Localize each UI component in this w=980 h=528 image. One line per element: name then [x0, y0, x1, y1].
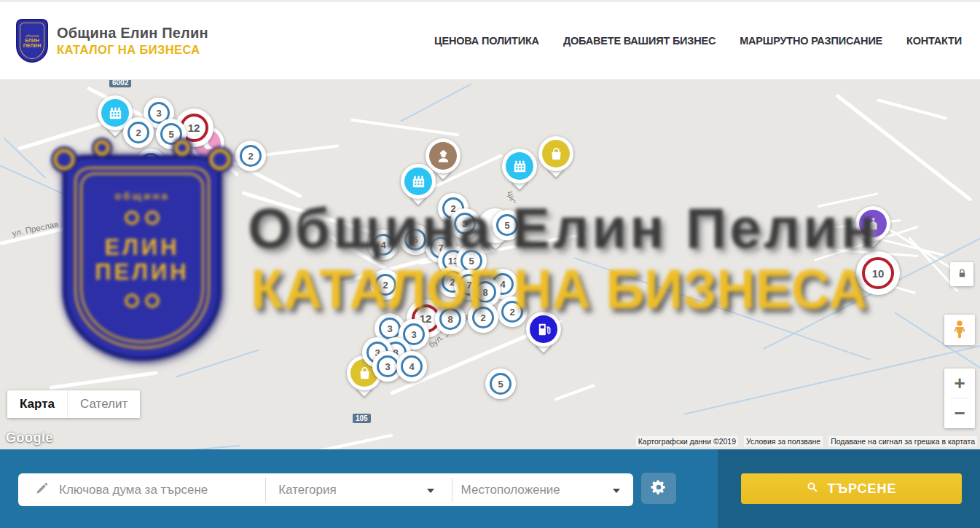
map-type-satellite-button[interactable]: Сателит [67, 390, 140, 418]
lock-button[interactable] [950, 262, 973, 286]
search-submit-panel: ТЪРСЕНЕ [718, 449, 980, 528]
cluster-marker[interactable]: 4 [368, 229, 399, 260]
location-select[interactable]: Местоположение [452, 473, 633, 506]
search-button[interactable]: ТЪРСЕНЕ [741, 473, 962, 504]
site-subtitle: КАТАЛОГ НА БИЗНЕСА [57, 43, 208, 57]
padlock-icon [956, 267, 968, 282]
zoom-control: + − [944, 369, 975, 428]
map-type-map-button[interactable]: Карта [7, 390, 67, 418]
cluster-count: 3 [454, 213, 476, 235]
keyword-input[interactable] [59, 483, 256, 497]
map-water-line [574, 257, 871, 360]
map-attribution: Картографски данни ©2019Условия за ползв… [636, 436, 977, 446]
map-water-line [400, 83, 471, 122]
map-water-line [0, 162, 119, 219]
road-number-badge: 105 [353, 414, 371, 423]
zoom-in-button[interactable]: + [944, 369, 975, 398]
cluster-marker[interactable]: 10 [856, 251, 900, 295]
crest-curl [94, 140, 110, 156]
cluster-marker[interactable]: 8 [435, 304, 466, 334]
pencil-icon [34, 481, 59, 499]
site-header: община ЕЛИНПЕЛИН Община Елин Пелин КАТАЛ… [0, 0, 980, 80]
attribution-link[interactable]: Картографски данни ©2019 [636, 436, 738, 446]
map-canvas[interactable]: ул. Преславбул. „Новоселци“6002105 32125… [0, 80, 980, 449]
bag-icon [542, 140, 570, 168]
map-type-control: Карта Сателит [7, 390, 140, 418]
crest-curl [53, 149, 75, 170]
gear-icon [651, 479, 667, 497]
nav-item[interactable]: ДОБАВЕТЕ ВАШИЯТ БИЗНЕС [563, 35, 716, 47]
map-road-line [350, 119, 459, 137]
bag-pin[interactable] [538, 136, 573, 171]
map-water-line [683, 343, 980, 415]
watermark-crest: община ЕЛИНПЕЛИН [63, 155, 222, 360]
keyword-field [18, 473, 265, 506]
cluster-count: 3 [379, 318, 401, 339]
cluster-count: 2 [375, 274, 396, 296]
crest-ornament [125, 293, 160, 308]
attribution-link[interactable]: Подаване на сигнал за грешка в картата [828, 436, 977, 446]
cluster-count: 10 [862, 257, 894, 289]
map-road-line [554, 384, 595, 401]
cluster-marker[interactable]: 2 [370, 269, 401, 300]
factory-pin[interactable] [502, 149, 537, 184]
street-view-pegman-button[interactable] [944, 315, 975, 345]
cluster-count: 3 [377, 355, 399, 377]
map-road-line [50, 371, 158, 389]
cluster-count: 2 [472, 307, 494, 328]
attribution-link[interactable]: Условия за ползване [744, 436, 823, 446]
main-nav: ЦЕНОВА ПОЛИТИКАДОБАВЕТЕ ВАШИЯТ БИЗНЕСМАР… [434, 35, 962, 47]
cluster-count: 4 [372, 234, 394, 256]
church-icon [859, 210, 887, 237]
zoom-out-button[interactable]: − [944, 398, 975, 427]
nav-item[interactable]: ЦЕНОВА ПОЛИТИКА [434, 35, 539, 47]
church-pin[interactable] [855, 206, 890, 241]
cluster-marker[interactable]: 2 [123, 117, 154, 148]
google-logo[interactable]: Google [6, 430, 53, 446]
cluster-count: 8 [439, 308, 461, 330]
location-select-label: Местоположение [461, 483, 560, 497]
watermark-subtitle: КАТАЛОГ НА БИЗНЕСА [251, 257, 868, 320]
watermark-title: Община Елин Пелин [248, 195, 878, 261]
watermark-crest-top-word: община [114, 189, 170, 202]
fuel-pin[interactable] [526, 312, 561, 347]
advanced-settings-button[interactable] [641, 473, 676, 504]
chevron-down-icon [427, 489, 434, 493]
magnifier-icon [806, 481, 818, 497]
watermark-crest-name: ЕЛИНПЕЛИН [95, 235, 189, 285]
factory-icon [506, 152, 533, 180]
search-button-label: ТЪРСЕНЕ [827, 481, 896, 497]
category-select-label: Категория [278, 483, 336, 497]
municipality-crest-logo: община ЕЛИНПЕЛИН [16, 19, 48, 63]
nav-item[interactable]: КОНТАКТИ [906, 35, 962, 47]
map-road-line [836, 93, 973, 201]
cluster-count: 6 [404, 229, 426, 251]
cluster-count: 4 [401, 355, 423, 377]
cluster-marker[interactable]: 2 [497, 296, 528, 327]
search-fields: Категория Местоположение [18, 473, 633, 506]
cluster-marker[interactable]: 5 [492, 210, 522, 240]
street-name-label: ци“ [506, 191, 517, 205]
pegman-icon [949, 318, 971, 342]
map-road-line [877, 98, 948, 120]
cluster-marker[interactable]: 2 [468, 302, 498, 333]
site-title: Община Елин Пелин [57, 25, 208, 42]
cluster-count: 5 [460, 250, 482, 272]
cluster-marker[interactable]: 5 [485, 369, 516, 399]
fuel-icon [530, 315, 557, 343]
category-select[interactable]: Категория [266, 473, 451, 506]
cluster-marker[interactable]: 2 [235, 141, 266, 171]
factory-pin[interactable] [401, 164, 436, 199]
map-road-line [818, 192, 879, 208]
nav-item[interactable]: МАРШРУТНО РАЗПИСАНИЕ [740, 35, 882, 47]
map-water-line [64, 221, 174, 262]
search-bar: ТЪРСЕНЕ Категория Местоположение [0, 449, 980, 528]
cluster-count: 2 [128, 122, 149, 143]
cluster-count [140, 153, 162, 175]
crest-top-word: община [26, 34, 39, 38]
cluster-marker[interactable]: 4 [396, 351, 427, 382]
brand[interactable]: община ЕЛИНПЕЛИН Община Елин Пелин КАТАЛ… [16, 19, 208, 63]
cluster-marker[interactable]: 5 [156, 119, 187, 149]
cluster-marker[interactable]: 3 [450, 208, 480, 239]
cluster-marker[interactable] [136, 149, 166, 179]
